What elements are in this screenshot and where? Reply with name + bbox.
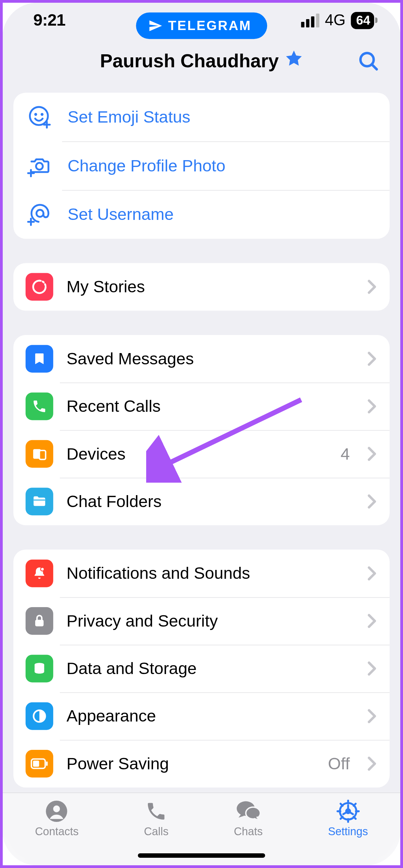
tab-label: Chats xyxy=(234,825,263,838)
row-label: Appearance xyxy=(67,707,353,726)
svg-rect-17 xyxy=(35,620,44,626)
tab-label: Settings xyxy=(328,825,368,838)
row-power-saving[interactable]: Power Saving Off xyxy=(13,740,390,787)
profile-name: Paurush Chaudhary xyxy=(100,50,279,72)
paper-plane-icon xyxy=(148,18,163,33)
svg-point-3 xyxy=(35,114,36,115)
island-app-label: TELEGRAM xyxy=(168,18,251,33)
settings-group-general: Notifications and Sounds Privacy and Sec… xyxy=(13,550,390,788)
dynamic-island-app-pill[interactable]: TELEGRAM xyxy=(136,13,267,39)
lock-icon xyxy=(26,607,53,635)
svg-line-1 xyxy=(372,65,377,69)
bookmark-icon xyxy=(26,345,53,373)
svg-point-7 xyxy=(36,163,43,170)
row-label: Devices xyxy=(67,445,328,463)
svg-point-27 xyxy=(246,807,260,819)
page-header: Paurush Chaudhary xyxy=(2,38,401,93)
svg-rect-21 xyxy=(33,761,39,767)
settings-content: Set Emoji Status Change Profile Photo Se… xyxy=(2,93,401,865)
svg-rect-14 xyxy=(39,450,45,459)
svg-line-35 xyxy=(353,817,356,819)
row-devices[interactable]: Devices 4 xyxy=(13,430,390,478)
row-label: Notifications and Sounds xyxy=(67,564,353,583)
row-label: Saved Messages xyxy=(67,349,353,368)
svg-rect-22 xyxy=(46,761,48,766)
row-value-devices-count: 4 xyxy=(341,445,350,463)
chat-bubbles-icon xyxy=(236,800,261,823)
tab-chats[interactable]: Chats xyxy=(234,800,263,838)
phone-screen: TELEGRAM 9:21 4G 64 Paurush Chaudhary xyxy=(2,2,401,865)
home-indicator[interactable] xyxy=(138,853,265,858)
svg-point-16 xyxy=(41,568,44,571)
camera-plus-icon xyxy=(26,151,54,180)
row-label: My Stories xyxy=(67,278,353,296)
gear-icon xyxy=(336,800,360,823)
contrast-circle-icon xyxy=(26,702,53,730)
chevron-right-icon xyxy=(366,613,377,629)
row-label: Data and Storage xyxy=(67,659,353,678)
svg-line-34 xyxy=(341,804,343,806)
status-time: 9:21 xyxy=(33,11,66,30)
cellular-signal-icon xyxy=(301,13,319,27)
row-notifications[interactable]: Notifications and Sounds xyxy=(13,550,390,597)
phone-icon xyxy=(26,393,53,420)
settings-group-profile-actions: Set Emoji Status Change Profile Photo Se… xyxy=(13,93,390,239)
settings-group-stories: My Stories xyxy=(13,263,390,310)
row-label: Power Saving xyxy=(67,754,315,773)
row-data-storage[interactable]: Data and Storage xyxy=(13,645,390,692)
emoji-plus-icon xyxy=(26,103,54,131)
row-label: Set Emoji Status xyxy=(68,108,377,126)
row-appearance[interactable]: Appearance xyxy=(13,692,390,740)
chevron-right-icon xyxy=(366,566,377,581)
tab-settings[interactable]: Settings xyxy=(328,800,368,838)
person-circle-icon xyxy=(45,800,68,823)
row-chat-folders[interactable]: Chat Folders xyxy=(13,478,390,525)
row-value-power-saving: Off xyxy=(328,754,350,773)
row-label: Privacy and Security xyxy=(67,612,353,630)
battery-icon xyxy=(26,750,53,778)
row-change-profile-photo[interactable]: Change Profile Photo xyxy=(13,141,390,190)
row-set-username[interactable]: Set Username xyxy=(13,190,390,239)
at-sign-plus-icon xyxy=(26,200,54,229)
bell-icon xyxy=(26,560,53,587)
stories-icon xyxy=(26,273,53,301)
chevron-right-icon xyxy=(366,494,377,509)
database-icon xyxy=(26,655,53,682)
search-button[interactable] xyxy=(357,49,381,75)
row-recent-calls[interactable]: Recent Calls xyxy=(13,382,390,430)
tab-contacts[interactable]: Contacts xyxy=(35,800,79,838)
svg-line-37 xyxy=(353,804,356,806)
phone-icon xyxy=(145,800,167,823)
row-saved-messages[interactable]: Saved Messages xyxy=(13,335,390,382)
settings-group-chats: Saved Messages Recent Calls Devices 4 xyxy=(13,335,390,525)
chevron-right-icon xyxy=(366,351,377,366)
chevron-right-icon xyxy=(366,661,377,676)
row-label: Set Username xyxy=(68,205,377,224)
page-title: Paurush Chaudhary xyxy=(100,49,303,73)
svg-rect-15 xyxy=(33,500,45,501)
tab-calls[interactable]: Calls xyxy=(144,800,168,838)
chevron-right-icon xyxy=(366,709,377,724)
row-label: Chat Folders xyxy=(67,492,353,511)
row-my-stories[interactable]: My Stories xyxy=(13,263,390,310)
svg-point-10 xyxy=(37,210,43,217)
tab-label: Contacts xyxy=(35,825,79,838)
row-set-emoji-status[interactable]: Set Emoji Status xyxy=(13,93,390,141)
status-indicators: 4G 64 xyxy=(301,11,374,29)
chevron-right-icon xyxy=(366,279,377,294)
svg-point-4 xyxy=(42,114,43,115)
folder-icon xyxy=(26,488,53,515)
row-privacy-security[interactable]: Privacy and Security xyxy=(13,597,390,645)
row-label: Change Profile Photo xyxy=(68,156,377,175)
svg-point-2 xyxy=(30,107,48,125)
chevron-right-icon xyxy=(366,398,377,414)
svg-line-36 xyxy=(341,817,343,819)
battery-indicator: 64 xyxy=(351,12,374,29)
premium-star-icon xyxy=(284,49,303,73)
chevron-right-icon xyxy=(366,446,377,462)
tab-label: Calls xyxy=(144,825,168,838)
row-label: Recent Calls xyxy=(67,397,353,416)
network-type: 4G xyxy=(325,11,346,29)
svg-point-25 xyxy=(53,806,60,812)
chevron-right-icon xyxy=(366,756,377,771)
